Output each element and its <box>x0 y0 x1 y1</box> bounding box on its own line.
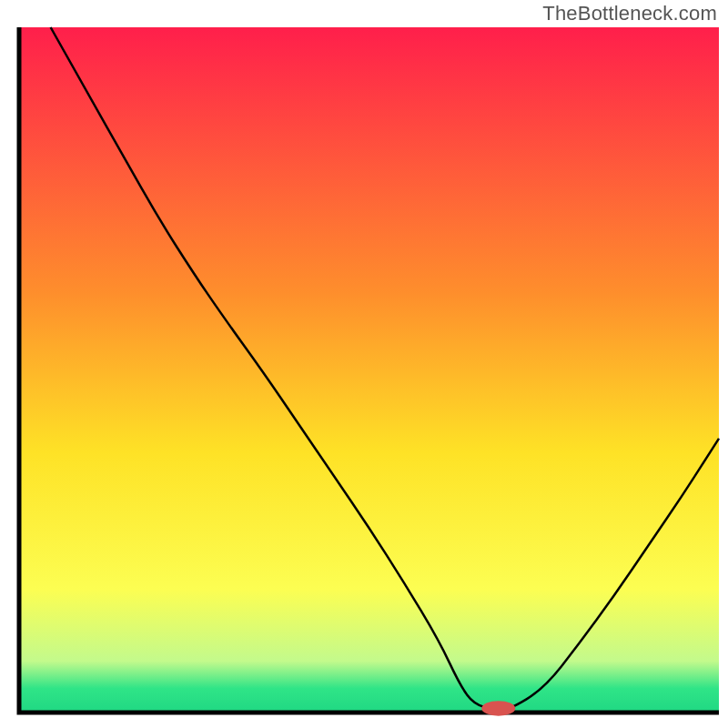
plot-background <box>19 27 719 713</box>
bottleneck-chart: TheBottleneck.com <box>0 0 728 728</box>
chart-svg <box>0 0 728 728</box>
optimal-marker <box>481 701 515 716</box>
watermark-text: TheBottleneck.com <box>542 2 717 25</box>
